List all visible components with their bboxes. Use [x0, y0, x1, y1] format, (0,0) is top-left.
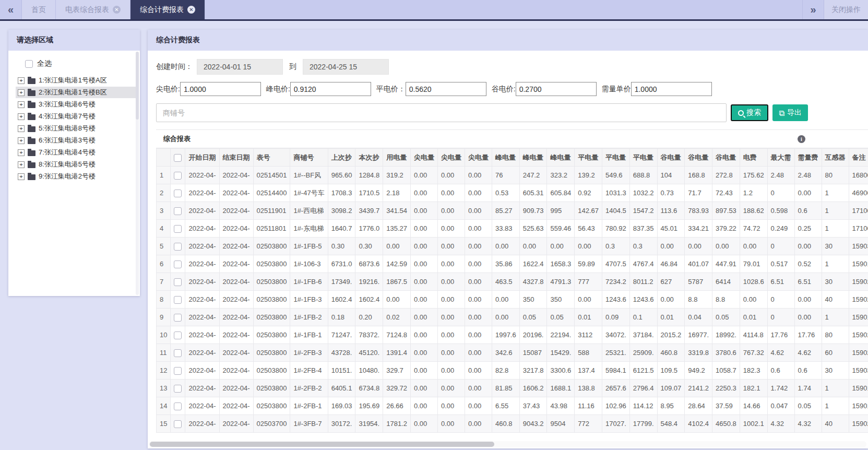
folder-icon	[28, 114, 35, 120]
area-panel-body: 全选 +1:张江集电港1号楼A区+2:张江集电港1号楼B区+3:张江集电港6号楼…	[8, 51, 140, 296]
table-cell: 0.00	[465, 362, 492, 380]
tree-item[interactable]: +1:张江集电港1号楼A区	[16, 75, 137, 86]
expand-icon[interactable]: +	[18, 161, 25, 168]
expand-icon[interactable]: +	[18, 77, 25, 84]
row-checkbox[interactable]	[174, 225, 182, 233]
table-cell: 46.84	[657, 255, 685, 273]
tree-item[interactable]: +6:张江集电港3号楼	[16, 135, 137, 146]
row-checkbox[interactable]	[174, 207, 182, 215]
close-operations-menu[interactable]: 关闭操作	[824, 0, 868, 19]
table-cell: 0.30	[355, 238, 383, 255]
column-header: 平电量	[602, 149, 630, 167]
scrollbar-thumb[interactable]	[150, 442, 494, 447]
export-button[interactable]: ⧉ 导出	[772, 104, 808, 121]
price-item: 谷电价:	[492, 82, 597, 96]
column-header: 用电量	[383, 149, 411, 167]
tab-billing-report[interactable]: 综合计费报表 ✕	[130, 0, 205, 19]
shop-number-input[interactable]	[156, 103, 727, 122]
sharp-price-input[interactable]	[180, 82, 261, 96]
table-cell: 6405.1	[328, 380, 355, 397]
expand-icon[interactable]: +	[18, 113, 25, 120]
table-cell: 71.7	[685, 184, 712, 202]
close-icon[interactable]: ✕	[187, 6, 195, 14]
table-cell: 02503800	[253, 238, 290, 255]
tree-item[interactable]: +4:张江集电港7号楼	[16, 111, 137, 122]
info-icon[interactable]: i	[798, 135, 805, 143]
tab-meter-report[interactable]: 电表综合报表 ✕	[56, 0, 130, 19]
row-checkbox[interactable]	[174, 349, 182, 357]
table-cell: 137.4	[575, 362, 602, 380]
expand-icon[interactable]: +	[18, 137, 25, 144]
flat-price-input[interactable]	[406, 82, 486, 96]
valley-price-input[interactable]	[516, 82, 597, 96]
date-from-input[interactable]	[197, 59, 283, 75]
table-cell: 0.1	[629, 309, 657, 326]
tree-item[interactable]: +5:张江集电港8号楼	[16, 123, 137, 134]
table-cell: 35.86	[492, 255, 519, 273]
row-number: 11	[157, 344, 171, 362]
demand-price-input[interactable]	[631, 82, 712, 96]
table-cell: 22194.	[547, 326, 575, 344]
date-to-input[interactable]	[303, 59, 389, 75]
row-checkbox[interactable]	[174, 190, 182, 197]
row-checkbox[interactable]	[174, 296, 182, 304]
row-checkbox[interactable]	[174, 420, 182, 428]
row-checkbox[interactable]	[174, 331, 182, 339]
tree-item[interactable]: +3:张江集电港6号楼	[16, 99, 137, 110]
peak-price-input[interactable]	[290, 82, 371, 96]
row-checkbox[interactable]	[174, 402, 182, 410]
table-cell: 104	[657, 167, 685, 184]
expand-icon[interactable]: +	[18, 101, 25, 108]
tree-item[interactable]: +7:张江集电港4号楼	[16, 147, 137, 158]
tabs-scroll-left-icon[interactable]: «	[0, 0, 22, 19]
row-checkbox[interactable]	[174, 367, 182, 375]
column-header: 尖电量	[410, 149, 437, 167]
table-cell: 4327.8	[519, 273, 547, 291]
row-checkbox[interactable]	[174, 314, 182, 322]
expand-icon[interactable]: +	[18, 89, 25, 96]
table-cell: 525.63	[519, 220, 547, 238]
select-all-rows-checkbox[interactable]	[174, 154, 182, 162]
table-row: 12022-04-2022-04-025145011#--BF风965.6012…	[157, 167, 868, 184]
table-cell: 2022-04-	[185, 184, 219, 202]
close-icon[interactable]: ✕	[113, 6, 121, 14]
tree-item-label: 4:张江集电港7号楼	[39, 112, 96, 121]
table-cell: 1590240	[849, 326, 868, 344]
row-checkbox[interactable]	[174, 260, 182, 268]
table-cell: 6.55	[492, 397, 519, 415]
table-cell: 0.02	[383, 309, 411, 326]
tree-item[interactable]: +9:张江集电港2号楼	[16, 171, 137, 182]
table-cell: 0.00	[794, 291, 822, 309]
tab-home[interactable]: 首页	[22, 0, 56, 19]
tabs-scroll-right-icon[interactable]: »	[802, 0, 824, 19]
search-button[interactable]: 搜索	[731, 104, 768, 121]
expand-icon[interactable]: +	[18, 125, 25, 132]
scrollbar-thumb[interactable]	[136, 52, 139, 120]
table-cell: 2022-04-	[219, 362, 253, 380]
table-cell: 0.00	[519, 238, 547, 255]
tree-item[interactable]: +2:张江集电港1号楼B区	[16, 87, 137, 98]
table-cell: 40	[822, 291, 849, 309]
table-cell: 0.53	[492, 184, 519, 202]
table-cell: 0.249	[767, 220, 794, 238]
row-checkbox[interactable]	[174, 278, 182, 286]
row-checkbox[interactable]	[174, 243, 182, 251]
row-checkbox-cell	[171, 397, 185, 415]
expand-icon[interactable]: +	[18, 149, 25, 156]
select-all-checkbox[interactable]	[25, 60, 33, 68]
select-all-row[interactable]: 全选	[16, 59, 137, 68]
expand-icon[interactable]: +	[18, 173, 25, 180]
table-cell: 4114.8	[740, 326, 767, 344]
header-checkbox-cell	[171, 149, 185, 167]
table-cell: 0.00	[685, 238, 712, 255]
row-checkbox[interactable]	[174, 385, 182, 393]
table-cell: 1	[822, 202, 849, 220]
row-checkbox-cell	[171, 362, 185, 380]
table-cell: 0.00	[410, 415, 437, 433]
horizontal-scrollbar[interactable]	[149, 441, 866, 447]
sidebar-scrollbar[interactable]	[136, 52, 139, 295]
table-cell: 79.01	[740, 255, 767, 273]
row-checkbox[interactable]	[174, 172, 182, 180]
table-cell: 837.35	[629, 220, 657, 238]
tree-item[interactable]: +8:张江集电港5号楼	[16, 159, 137, 170]
